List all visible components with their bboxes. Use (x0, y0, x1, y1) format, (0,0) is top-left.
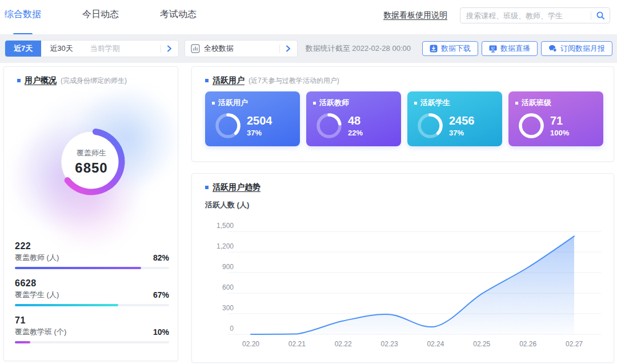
stat-value: 6628 (15, 278, 169, 289)
search-input[interactable] (465, 11, 588, 21)
progress-bar (15, 267, 169, 269)
square-bullet-icon (17, 79, 21, 82)
svg-text:02.23: 02.23 (381, 340, 398, 348)
search-box[interactable] (460, 7, 610, 23)
active-users-trend-panel: 活跃用户趋势 活跃人数 (人) 03006009001,2001,50002.2… (191, 173, 614, 363)
svg-text:1,200: 1,200 (217, 242, 234, 250)
card-value: 2456 (449, 114, 475, 127)
card-value: 2504 (247, 114, 273, 127)
subscribe-bubbles-icon (548, 45, 557, 53)
square-bullet-icon (205, 186, 209, 189)
trend-area-chart: 03006009001,2001,50002.2002.2102.2202.23… (192, 214, 615, 363)
card-percent: 37% (247, 129, 273, 137)
data-scope-selector[interactable]: 全校数据 (185, 40, 298, 57)
active-user-cards: 活跃用户 2504 37% 活跃教师 48 22% 活跃学生 (205, 91, 614, 146)
panel-subtitle: (近7天参与过教学活动的用户) (249, 76, 339, 86)
subscribe-monthly-report-button[interactable]: 订阅数据月报 (541, 41, 612, 56)
progress-bar (15, 341, 169, 343)
bar-chart-icon (191, 44, 200, 53)
stat-classes: 71 覆盖教学班 (个) 10% (15, 315, 169, 343)
stat-percent: 10% (153, 327, 169, 337)
gauge-value: 6850 (75, 160, 107, 176)
live-screen-icon (489, 45, 497, 53)
user-overview-panel: 用户概况 (完成身份绑定的师生) 覆盖师生 6850 222 (3, 66, 178, 361)
divider (591, 11, 591, 20)
card-active-users: 活跃用户 2504 37% (205, 91, 300, 146)
panel-header: 活跃用户 (近7天参与过教学活动的用户) (192, 67, 614, 86)
download-icon (430, 45, 438, 53)
button-label: 数据下载 (441, 43, 471, 54)
square-bullet-icon (414, 102, 417, 105)
top-nav: 综合数据 今日动态 考试动态 数据看板使用说明 (0, 0, 617, 34)
stat-percent: 82% (153, 253, 169, 262)
percent-ring (518, 112, 545, 139)
svg-text:1,500: 1,500 (217, 222, 234, 230)
data-live-button[interactable]: 数据直播 (482, 41, 538, 56)
card-active-students: 活跃学生 2456 37% (407, 91, 502, 146)
filter-bar: 近7天 近30天 当前学期 全校数据 数据统计截至 2022-02-28 00:… (0, 34, 617, 63)
square-bullet-icon (515, 102, 518, 105)
coverage-stats: 222 覆盖教师 (人) 82% 6628 覆盖学生 (人) 67% 71 覆盖… (4, 241, 178, 343)
svg-text:02.26: 02.26 (519, 340, 536, 348)
range-last-7-days[interactable]: 近7天 (5, 41, 41, 57)
gauge-label: 覆盖师生 (77, 148, 106, 158)
panel-title: 活跃用户趋势 (213, 182, 261, 193)
percent-ring (416, 112, 444, 139)
svg-text:0: 0 (230, 325, 234, 333)
y-axis-title: 活跃人数 (人) (205, 200, 614, 210)
square-bullet-icon (212, 102, 215, 105)
card-percent: 100% (550, 129, 569, 137)
button-label: 数据直播 (500, 43, 530, 54)
card-percent: 37% (449, 129, 475, 137)
progress-bar (15, 304, 169, 306)
chevron-right-icon[interactable] (280, 41, 297, 57)
svg-text:02.22: 02.22 (335, 340, 352, 348)
tab-comprehensive-data[interactable]: 综合数据 (5, 0, 41, 35)
panel-title: 活跃用户 (213, 75, 245, 86)
tab-exam-activity[interactable]: 考试动态 (160, 0, 197, 35)
panel-header: 活跃用户趋势 (192, 174, 614, 193)
button-label: 订阅数据月报 (560, 43, 605, 54)
dashboard-help-link[interactable]: 数据看板使用说明 (383, 10, 447, 21)
percent-ring (214, 112, 242, 139)
data-cutoff-text: 数据统计截至 2022-02-28 00:00 (306, 43, 411, 54)
panel-header: 用户概况 (完成身份绑定的师生) (4, 67, 178, 86)
svg-text:02.20: 02.20 (242, 340, 259, 348)
coverage-gauge: 覆盖师生 6850 (4, 86, 178, 241)
card-title: 活跃学生 (420, 98, 450, 108)
svg-text:02.24: 02.24 (427, 340, 444, 348)
svg-text:600: 600 (222, 283, 234, 291)
chevron-right-icon[interactable] (161, 41, 178, 57)
square-bullet-icon (313, 102, 316, 105)
stat-percent: 67% (153, 290, 169, 299)
stat-label: 覆盖教学班 (个) (15, 327, 66, 337)
scope-label: 全校数据 (204, 43, 279, 54)
panel-title: 用户概况 (25, 75, 57, 86)
card-title: 活跃用户 (218, 98, 248, 108)
range-last-30-days[interactable]: 近30天 (41, 41, 81, 57)
svg-text:02.25: 02.25 (473, 340, 490, 348)
stat-label: 覆盖教师 (人) (15, 253, 59, 263)
nav-tabs: 综合数据 今日动态 考试动态 (5, 0, 197, 35)
svg-text:900: 900 (222, 263, 234, 271)
stat-value: 71 (15, 315, 169, 326)
search-icon[interactable] (596, 11, 605, 20)
square-bullet-icon (205, 79, 209, 82)
gauge-center-text: 覆盖师生 6850 (54, 125, 129, 199)
range-current-term[interactable]: 当前学期 (82, 41, 161, 57)
card-active-teachers: 活跃教师 48 22% (306, 91, 401, 146)
card-active-classes: 活跃班级 71 100% (508, 91, 603, 146)
percent-ring (315, 112, 343, 139)
card-title: 活跃班级 (522, 98, 551, 108)
svg-text:300: 300 (222, 304, 234, 312)
card-value: 71 (550, 114, 569, 127)
card-value: 48 (348, 114, 363, 127)
stat-students: 6628 覆盖学生 (人) 67% (15, 278, 169, 306)
action-buttons: 数据下载 数据直播 订阅数据月报 (422, 41, 612, 56)
active-users-panel: 活跃用户 (近7天参与过教学活动的用户) 活跃用户 2504 37% 活跃教师 … (191, 66, 614, 162)
svg-text:02.21: 02.21 (289, 340, 306, 348)
card-percent: 22% (348, 129, 363, 137)
tab-today-activity[interactable]: 今日动态 (82, 0, 119, 35)
tab-label: 综合数据 (5, 9, 41, 19)
data-download-button[interactable]: 数据下载 (422, 41, 478, 56)
